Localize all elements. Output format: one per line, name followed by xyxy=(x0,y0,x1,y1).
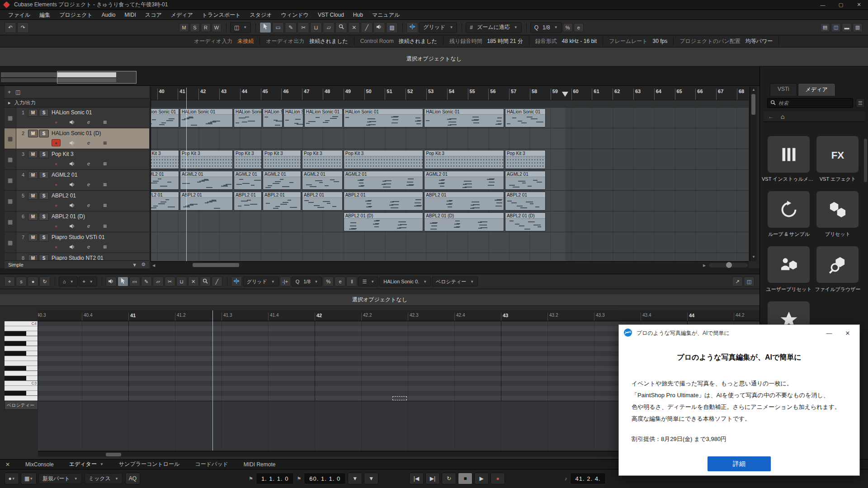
tab-sampler-control[interactable]: サンプラーコントロール xyxy=(119,460,180,468)
stop-button[interactable]: ■ xyxy=(458,473,472,484)
arrangement-vscrollbar[interactable]: ▲ ▼ xyxy=(750,87,757,261)
monitor-button[interactable] xyxy=(68,222,77,230)
mute-tool[interactable]: ✕ xyxy=(348,22,360,33)
erase-tool[interactable]: ▱ xyxy=(323,22,335,33)
track-lane[interactable] xyxy=(151,128,749,149)
controller-lane-label[interactable]: ベロシティー xyxy=(5,401,38,410)
edit-channel-button[interactable]: e xyxy=(84,243,93,250)
status-frame-rate[interactable]: フレームレート30 fps xyxy=(603,37,674,46)
menu-edit[interactable]: 編集 xyxy=(35,10,55,20)
midi-clip[interactable]: Pop Kit 3 xyxy=(180,150,233,169)
project-end-marker[interactable] xyxy=(562,92,568,97)
io-channel-header[interactable]: ▸ 入力/出力 xyxy=(5,99,149,108)
automation-s-button[interactable]: S xyxy=(190,23,200,32)
solo-button[interactable]: S xyxy=(39,192,49,200)
midi-clip[interactable]: HALion Sonic 01 xyxy=(304,108,343,127)
tab-mixconsole[interactable]: MixConsole xyxy=(25,460,54,468)
track-row[interactable]: ▦1MSHALion Sonic 01●e▦ xyxy=(5,108,149,128)
midi-clip[interactable]: ABPL2 01 xyxy=(424,192,504,211)
track-lane[interactable]: ABPL2 01 (D)ABPL2 01 (D)ABPL2 01 (D) xyxy=(151,211,749,232)
midi-clip[interactable]: AGML2 01 xyxy=(424,171,504,190)
gear-icon[interactable]: ⚙ xyxy=(141,262,146,267)
setup-toolbar-button[interactable]: ▤ xyxy=(820,23,830,32)
object-selection-tool[interactable] xyxy=(259,22,271,33)
status-remaining-record-time[interactable]: 残り録音時間185 時間 21 分 xyxy=(443,37,529,46)
ke-glue-tool[interactable]: ⊔ xyxy=(176,277,187,286)
record-arm-button[interactable]: ● xyxy=(52,181,61,188)
piano-key-fs3[interactable] xyxy=(5,351,38,356)
play-button[interactable]: ▶ xyxy=(474,473,489,484)
midi-clip[interactable]: ABPL2 01 (D) xyxy=(505,212,546,231)
ke-quantize-dropdown[interactable]: Q1/8▼ xyxy=(292,277,322,286)
close-lower-zone-button[interactable]: ✕ xyxy=(5,461,10,468)
tab-chord-pads[interactable]: コードパッド xyxy=(195,460,228,468)
crosshair-combo[interactable]: ⌖▼ xyxy=(79,277,97,286)
zoom-knob[interactable] xyxy=(726,262,732,268)
track-lane[interactable] xyxy=(151,232,749,253)
automation-w-button[interactable]: W xyxy=(212,23,222,32)
track-row[interactable]: ▦4MSAGML2 01●e▦ xyxy=(5,170,149,191)
instrument-edit-button[interactable]: ▦ xyxy=(100,139,109,146)
record-arm-button[interactable]: ● xyxy=(52,160,61,167)
record-button[interactable]: ● xyxy=(491,473,505,484)
click-button[interactable]: ●▼ xyxy=(5,473,19,484)
draw-tool[interactable]: ✎ xyxy=(285,22,297,33)
track-lane[interactable] xyxy=(151,253,749,261)
midi-clip[interactable]: HALion Sonic 01 xyxy=(283,108,303,127)
mute-button[interactable]: M xyxy=(28,234,38,241)
piano-keyboard[interactable]: C4C3 xyxy=(5,321,38,401)
midi-clip[interactable]: AGML2 01 xyxy=(234,171,262,190)
status-audio-input[interactable]: オーディオ入力未接続 xyxy=(188,37,260,46)
record-arm-button[interactable]: ● xyxy=(52,222,61,230)
right-locator-display[interactable]: 60. 1. 1. 0 xyxy=(304,473,346,484)
record-mode-dropdown[interactable]: ミックス▼ xyxy=(85,473,123,484)
piano-key-d3[interactable] xyxy=(5,371,38,376)
solo-editor-button[interactable]: s xyxy=(16,277,27,286)
media-vscroll-thumb[interactable] xyxy=(864,139,867,182)
solo-button[interactable]: S xyxy=(39,171,49,179)
zoom-preset-dropdown[interactable]: #ズームに適応▼ xyxy=(466,22,521,33)
range-selection-tool[interactable]: ▭ xyxy=(272,22,284,33)
vscroll-thumb[interactable] xyxy=(751,94,755,115)
midi-clip[interactable]: Pop Kit 3 xyxy=(302,150,343,169)
piano-key-c3[interactable]: C3 xyxy=(5,381,38,386)
mute-button[interactable]: M xyxy=(28,130,38,137)
piano-key-g3[interactable] xyxy=(5,346,38,351)
midi-clip[interactable]: ABPL2 01 xyxy=(344,192,424,211)
line-tool[interactable]: ╱ xyxy=(361,22,373,33)
project-overview[interactable] xyxy=(0,66,868,86)
piano-key-ds3[interactable] xyxy=(5,366,38,371)
piano-key-gs3[interactable] xyxy=(5,341,38,346)
hscroll-thumb[interactable] xyxy=(193,263,239,267)
midi-clip[interactable]: ABPL2 01 xyxy=(180,192,233,211)
ke-hscroll-thumb[interactable] xyxy=(106,453,121,456)
swing-button[interactable]: % xyxy=(563,23,573,32)
midi-clip[interactable]: HALion Sonic 01 xyxy=(505,108,546,127)
record-arm-button[interactable]: ● xyxy=(52,243,61,250)
midi-clip[interactable]: HALion Sonic 01 xyxy=(424,108,504,127)
piano-key-a2[interactable] xyxy=(5,396,38,401)
scroll-down-icon[interactable]: ▼ xyxy=(752,255,755,259)
track-row[interactable]: ▦6MSABPL2 01 (D)●e▦ xyxy=(5,211,149,232)
ke-setup-button[interactable]: ◫ xyxy=(744,277,755,286)
midi-clip[interactable]: AGML2 01 xyxy=(151,171,179,190)
solo-button[interactable]: S xyxy=(39,213,49,221)
solo-button[interactable]: S xyxy=(39,234,49,241)
ke-split-tool[interactable]: ✂ xyxy=(165,277,175,286)
tab-editor[interactable]: エディター▼ xyxy=(69,460,104,468)
overview-viewport[interactable] xyxy=(57,71,137,84)
ke-object-selection-tool[interactable] xyxy=(118,277,128,286)
midi-clip[interactable]: ABPL2 01 xyxy=(505,192,546,211)
minimize-button[interactable]: — xyxy=(814,0,832,10)
piano-key-a3[interactable] xyxy=(5,336,38,341)
midi-clip[interactable]: AGML2 01 xyxy=(505,171,546,190)
media-tile-user-preset[interactable] xyxy=(768,246,810,283)
go-to-next-marker-button[interactable]: ▶| xyxy=(425,473,440,484)
redo-button[interactable]: ↷ xyxy=(17,22,29,33)
track-row[interactable]: ▦2MSHALion Sonic 01 (D)●e▦ xyxy=(5,128,149,149)
menu-window[interactable]: ウィンドウ xyxy=(277,10,313,20)
automation-m-button[interactable]: M xyxy=(179,23,189,32)
cycle-button[interactable]: ↻ xyxy=(442,473,456,484)
piano-key-as3[interactable] xyxy=(5,331,38,336)
popup-detail-button[interactable]: 詳細 xyxy=(708,456,771,471)
